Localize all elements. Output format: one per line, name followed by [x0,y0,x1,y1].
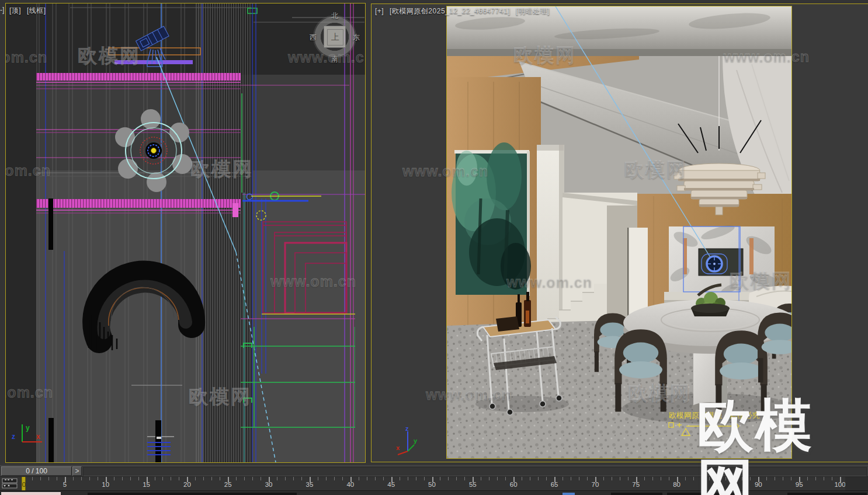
white-partition [537,145,564,328]
trackbar-tick [587,477,588,480]
trackbar-tick [652,477,653,480]
trackbar-tick [244,477,245,480]
camera-viewport-canvas: 欧模网原创模型，盗模必究 [447,6,791,458]
trackbar-tick [285,477,286,480]
trackbar-tick [211,477,212,480]
trackbar-tick [318,477,318,480]
big-watermark: 欧模网 [697,396,868,495]
svg-text:x: x [396,444,400,451]
trackbar-tick [440,477,440,480]
trackbar-tick [464,477,465,480]
next-frame-button[interactable]: > [72,466,82,476]
trackbar-tick [301,477,302,480]
trackbar-tick [359,477,359,480]
trackbar-tick [612,477,612,480]
trackbar-tick [481,477,481,480]
trackbar-tick [456,477,457,480]
trackbar-frame-label: 5 [63,481,67,488]
top-viewport-canvas: y x z [6,4,365,462]
render-frame[interactable]: 欧模网原创模型，盗模必究 [446,6,792,459]
viewport-label-left[interactable]: [顶] [线框] [9,6,50,16]
svg-text:y: y [414,437,418,444]
trackbar-tick [138,477,139,480]
trackbar-tick [252,477,253,480]
viewport-menu-label[interactable]: [+] [375,7,384,15]
viewcube-south-label[interactable]: 南 [331,54,338,64]
trackbar-tick [162,477,163,480]
svg-text:z: z [405,426,409,432]
trackbar-tick [81,477,82,480]
trackbar-tick [98,477,98,480]
trackbar-frame-label: 25 [224,481,232,488]
trackbar-tick [220,477,220,480]
trackbar-tick [620,477,620,480]
coordinate-field[interactable] [611,493,662,495]
viewcube-west-label[interactable]: 西 [310,33,317,43]
trackbar-frame-label: 30 [265,481,273,488]
trackbar-tick [416,477,416,480]
shading-mode-label[interactable]: [明暗处理] [516,7,550,15]
trackbar-frame-label: 55 [469,481,477,488]
trackbar-frame-label: 80 [673,481,680,488]
time-slider-handle[interactable]: 0 / 100 [1,466,72,476]
trackbar-tick [563,477,563,480]
trackbar-frame-label: 60 [510,481,518,488]
viewcube-top-face[interactable]: 上 [324,26,346,48]
trackbar-tick [383,477,384,480]
trackbar-tick [89,477,90,480]
trackbar-frame-label: 75 [632,481,640,488]
trackbar-tick [32,477,33,480]
viewcube-top-label[interactable]: 上 [327,29,343,46]
trackbar-tick [669,477,669,480]
trackbar-tick [367,477,367,480]
status-button[interactable] [563,493,575,495]
trackbar-tick [579,477,579,480]
viewcube-north-label[interactable]: 北 [331,11,338,21]
trackbar-tick [408,477,408,480]
trackbar-tick [644,477,645,480]
trackbar-tick [277,477,277,480]
trackbar-tick [48,477,49,480]
status-field[interactable] [88,493,297,495]
viewport-label-right[interactable]: [+] [欧模网原创2025_12_22_46647741] [明暗处理] [375,6,553,16]
trackbar-tick [530,477,530,480]
trackbar-tick [171,477,171,480]
trackbar-tick [571,477,571,480]
trackbar-tick [179,477,179,480]
trackbar-frame-label: 45 [387,481,395,488]
trackbar-tick [236,477,237,480]
svg-text:z: z [12,433,15,441]
trackbar-frame-label: 65 [551,481,558,488]
trackbar-tick [342,477,343,480]
maxscript-mini-listener[interactable] [1,492,61,495]
trackbar-tick [130,477,131,480]
viewcube[interactable]: 上 北 南 西 东 [310,12,359,61]
trackbar-tick [400,477,400,480]
trackbar-frame-label: 0 [22,481,26,488]
trackbar-tick [114,477,114,480]
trackbar-tick [628,477,629,480]
trackbar-tick [538,477,539,480]
mini-trackbar-icon[interactable] [2,477,18,489]
trackbar-tick [489,477,489,480]
trackbar-frame-label: 70 [591,481,599,488]
view-type-label[interactable]: [顶] [9,6,21,15]
trackbar-tick [155,477,155,480]
shading-mode-label[interactable]: [线框] [27,6,46,15]
trackbar-tick [57,477,57,480]
trackbar-frame-label: 20 [183,481,191,488]
svg-text:x: x [36,433,40,441]
trackbar-tick [261,477,261,480]
trackbar-tick [375,477,376,480]
trackbar-tick [424,477,425,480]
clipped-viewport-label-fragment: -] [0,6,4,14]
viewport-splitter[interactable] [366,0,371,465]
viewcube-east-label[interactable]: 东 [353,33,360,43]
trackbar-frame-label: 50 [428,481,436,488]
abstract-painting[interactable] [452,142,531,296]
camera-name-label[interactable]: [欧模网原创2025_12_22_46647741] [390,7,510,15]
max-workspace: { "viewports": { "left": { "clipped_frag… [0,0,868,495]
trackbar-tick [293,477,294,480]
trackbar-frame-label: 10 [102,481,109,488]
viewport-top-wireframe[interactable]: y x z [顶] [线框] 上 北 南 西 东 欧模网 www.om.cn w… [5,3,366,463]
